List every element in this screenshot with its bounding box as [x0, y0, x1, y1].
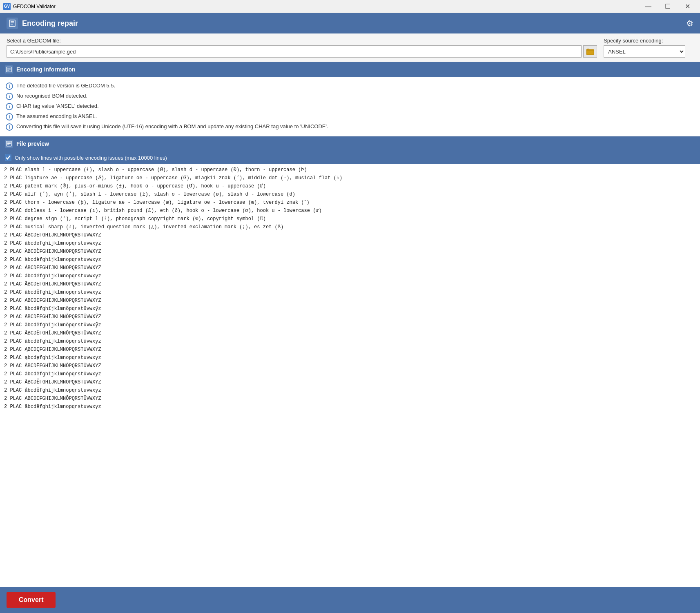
preview-line-3: 2 PLAC alif (ʼ), ayn (ʻ), slash l - lowe…	[0, 190, 700, 198]
info-text-3: CHAR tag value 'ANSEL' detected.	[16, 103, 99, 110]
select-file-label: Select a GEDCOM file:	[7, 38, 597, 44]
file-selector-left: Select a GEDCOM file:	[7, 38, 597, 58]
preview-line-19: 2 PLAC ābcdēfghījklmnōpqrstūvwxȳz	[0, 321, 700, 329]
file-preview-title: File preview	[16, 140, 49, 147]
encoding-info-panel: i The detected file version is GEDCOM 5.…	[0, 77, 700, 136]
app-title: Encoding repair	[22, 19, 78, 28]
encoding-select[interactable]: ANSEL UTF-8 UTF-16 ASCII CP1252 ISO-8859…	[604, 45, 685, 58]
preview-line-1: 2 PLAC ligature ae - uppercase (Æ), liga…	[0, 174, 700, 182]
info-text-2: No recognised BOM detected.	[16, 92, 87, 100]
info-text-4: The assumed encoding is ANSEL.	[16, 113, 97, 120]
header-left: Encoding repair	[7, 18, 78, 29]
preview-line-2: 2 PLAC patent mark (®), plus-or-minus (±…	[0, 182, 700, 190]
info-row-5: i Converting this file will save it usin…	[6, 122, 694, 132]
info-text-5: Converting this file will save it using …	[16, 123, 328, 130]
preview-line-7: 2 PLAC musical sharp (♯), inverted quest…	[0, 223, 700, 231]
info-text-1: The detected file version is GEDCOM 5.5.	[16, 82, 115, 89]
browse-button[interactable]	[583, 45, 597, 58]
app-header: Encoding repair ⚙	[0, 13, 700, 33]
info-icon-1: i	[6, 82, 13, 90]
header-icon	[7, 18, 18, 29]
preview-line-8: 2 PLAC ÀBCDEFGHIJKLMNOPQRSTUVWXYZ	[0, 231, 700, 239]
preview-line-5: 2 PLAC dotless i - lowercase (ı), britis…	[0, 207, 700, 215]
settings-icon[interactable]: ⚙	[686, 18, 693, 28]
filter-checkbox[interactable]	[5, 154, 11, 161]
preview-line-12: 2 PLAC ÁBCDEFGHIJKLMNOPQRSTUVWXYZ	[0, 264, 700, 272]
svg-rect-0	[9, 20, 15, 27]
preview-line-6: 2 PLAC degree sign (°), script l (ℓ), ph…	[0, 215, 700, 223]
file-selector-right: Specify source encoding: ANSEL UTF-8 UTF…	[604, 38, 693, 58]
preview-line-20: 2 PLAC ĂBCDĔFGHĬJKLMNŎPQRSTŬVWXYZ	[0, 329, 700, 337]
maximize-button[interactable]: ☐	[658, 0, 677, 13]
preview-line-28: 2 PLAC ĀBCDĒFGHĪJKLMNŌPQRSTŪVWXYZ	[0, 395, 700, 403]
preview-line-23: 2 PLAC ąbcdęfghijklmnopqrstuvwxyz	[0, 354, 700, 362]
checkbox-label: Only show lines with possible encoding i…	[15, 155, 167, 161]
convert-button[interactable]: Convert	[7, 592, 56, 608]
checkbox-row: Only show lines with possible encoding i…	[0, 151, 700, 164]
title-bar: GV GEDCOM Validator — ☐ ✕	[0, 0, 700, 13]
preview-line-21: 2 PLAC ăbcdĕfghĭjklmnŏpqrstŭvwxyz	[0, 337, 700, 346]
preview-content[interactable]: 2 PLAC slash l - uppercase (Ł), slash o …	[0, 164, 700, 587]
file-input-row	[7, 45, 597, 58]
select-file-section: Select a GEDCOM file: Specify source enc…	[0, 33, 700, 62]
info-icon-5: i	[6, 123, 13, 131]
preview-line-17: 2 PLAC äbcdëfghïjklmnöpqrstüvwxÿz	[0, 305, 700, 313]
preview-line-4: 2 PLAC thorn - lowercase (þ), ligature a…	[0, 198, 700, 207]
file-preview-header: File preview	[0, 136, 700, 151]
preview-line-0: 2 PLAC slash l - uppercase (Ł), slash o …	[0, 166, 700, 174]
preview-line-18: 2 PLAC ĀBCDĒFGHĪJKLMNŌPQRSTŪVWXȲZ	[0, 313, 700, 321]
preview-line-11: 2 PLAC àbcdèfghijklmnopqrstuvwxyz	[0, 256, 700, 264]
info-row-3: i CHAR tag value 'ANSEL' detected.	[6, 101, 694, 111]
preview-line-15: 2 PLAC ãbcdẽfghijklmnopqrstuvwxyz	[0, 288, 700, 296]
bottom-bar: Convert	[0, 587, 700, 613]
encoding-info-header: Encoding information	[0, 62, 700, 77]
preview-line-26: 2 PLAC ÅBCDẼFGHIJKLMNOPQRSTUVWXYZ	[0, 378, 700, 386]
info-icon-3: i	[6, 103, 13, 110]
info-row-2: i No recognised BOM detected.	[6, 91, 694, 101]
info-row-1: i The detected file version is GEDCOM 5.…	[6, 81, 694, 91]
info-icon-2: i	[6, 93, 13, 100]
preview-line-14: 2 PLAC ÃBCDEFGHIJKLMNOPQRSTUVWXYZ	[0, 280, 700, 288]
preview-line-10: 2 PLAC ÀBCDÈFGHIJKLMNOPQRSTUVWXYZ	[0, 247, 700, 256]
main-container: Encoding repair ⚙ Select a GEDCOM file: …	[0, 13, 700, 613]
encoding-label: Specify source encoding:	[604, 38, 663, 44]
encoding-info-icon	[5, 65, 13, 74]
preview-line-9: 2 PLAC àbcdefghijklmnopqrstuvwxyz	[0, 239, 700, 247]
svg-rect-4	[586, 49, 594, 55]
preview-line-22: 2 PLAC ĄBCDĘFGHIJKLMNOPQRSTUVWXYZ	[0, 346, 700, 354]
info-row-4: i The assumed encoding is ANSEL.	[6, 111, 694, 122]
preview-line-27: 2 PLAC åbcdẽfghijklmnopqrstuvwxyz	[0, 386, 700, 395]
preview-line-16: 2 PLAC ÄBCDËFGHÏJKLMNÖPQRSTÜVWXŸZ	[0, 296, 700, 305]
file-path-input[interactable]	[7, 45, 582, 58]
encoding-info-title: Encoding information	[16, 66, 76, 73]
file-preview-icon	[5, 140, 13, 148]
preview-line-24: 2 PLAC ÂBCDÊFGHÎJKLMNÔPQRSTÛVWXYZ	[0, 362, 700, 370]
close-button[interactable]: ✕	[678, 0, 697, 13]
app-icon: GV	[3, 3, 11, 10]
info-icon-4: i	[6, 113, 13, 120]
preview-line-13: 2 PLAC ábcdéfghijklmnopqrstuvwxyz	[0, 272, 700, 280]
window-title: GEDCOM Validator	[13, 4, 639, 9]
preview-line-25: 2 PLAC âbcdêfghîjklmnôpqrstûvwxyz	[0, 370, 700, 378]
window-controls: — ☐ ✕	[639, 0, 697, 13]
preview-line-29: 2 PLAC ābcdēfghijklmnopqrstuvwxyz	[0, 403, 700, 411]
minimize-button[interactable]: —	[639, 0, 658, 13]
